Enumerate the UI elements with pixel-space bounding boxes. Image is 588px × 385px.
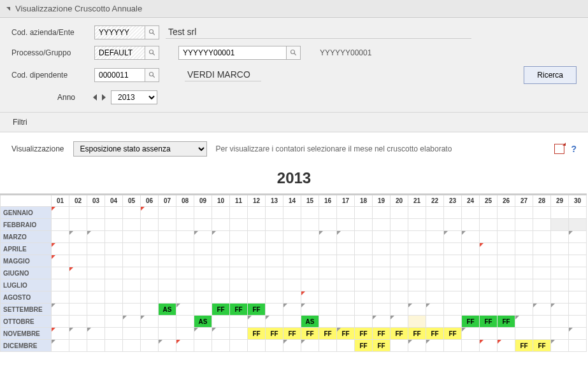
day-cell[interactable] bbox=[355, 279, 373, 291]
day-cell[interactable] bbox=[551, 267, 569, 279]
day-cell[interactable] bbox=[551, 207, 569, 219]
day-cell[interactable] bbox=[69, 340, 87, 352]
day-cell[interactable] bbox=[337, 340, 355, 352]
day-cell[interactable] bbox=[515, 316, 533, 328]
day-cell[interactable] bbox=[462, 255, 480, 267]
day-cell[interactable] bbox=[462, 291, 480, 304]
day-cell[interactable] bbox=[569, 279, 587, 291]
day-cell[interactable] bbox=[355, 255, 373, 267]
day-cell[interactable] bbox=[551, 340, 569, 352]
day-cell[interactable] bbox=[515, 328, 533, 340]
day-cell[interactable] bbox=[569, 316, 587, 328]
day-cell[interactable] bbox=[426, 340, 444, 352]
day-cell[interactable]: FF bbox=[426, 328, 444, 340]
day-cell[interactable] bbox=[52, 328, 69, 340]
day-cell[interactable] bbox=[569, 243, 587, 255]
day-cell[interactable] bbox=[123, 219, 141, 231]
day-cell[interactable] bbox=[266, 316, 283, 328]
day-cell[interactable] bbox=[569, 328, 587, 340]
day-cell[interactable] bbox=[319, 243, 337, 255]
day-cell[interactable] bbox=[355, 291, 373, 304]
day-cell[interactable] bbox=[533, 279, 551, 291]
day-cell[interactable] bbox=[69, 279, 87, 291]
day-cell[interactable] bbox=[551, 304, 569, 316]
day-cell[interactable] bbox=[498, 243, 515, 255]
day-cell[interactable] bbox=[498, 328, 515, 340]
day-cell[interactable] bbox=[426, 291, 444, 304]
day-cell[interactable] bbox=[123, 316, 141, 328]
day-cell[interactable] bbox=[444, 243, 462, 255]
day-cell[interactable] bbox=[123, 279, 141, 291]
day-cell[interactable] bbox=[391, 255, 408, 267]
day-cell[interactable] bbox=[533, 304, 551, 316]
month-label[interactable]: APRILE bbox=[1, 243, 52, 255]
day-cell[interactable] bbox=[426, 231, 444, 243]
day-cell[interactable] bbox=[52, 304, 69, 316]
day-cell[interactable]: FF bbox=[373, 340, 391, 352]
day-cell[interactable] bbox=[319, 291, 337, 304]
day-cell[interactable] bbox=[87, 340, 105, 352]
day-cell[interactable]: FF bbox=[408, 328, 426, 340]
day-cell[interactable] bbox=[266, 219, 283, 231]
day-cell[interactable] bbox=[105, 219, 123, 231]
day-cell[interactable] bbox=[52, 279, 69, 291]
day-cell[interactable] bbox=[391, 279, 408, 291]
day-cell[interactable] bbox=[194, 243, 212, 255]
day-cell[interactable] bbox=[141, 316, 159, 328]
day-cell[interactable] bbox=[176, 304, 194, 316]
day-cell[interactable] bbox=[444, 267, 462, 279]
day-cell[interactable] bbox=[569, 304, 587, 316]
day-cell[interactable] bbox=[533, 219, 551, 231]
day-cell[interactable] bbox=[551, 279, 569, 291]
day-cell[interactable] bbox=[498, 255, 515, 267]
day-cell[interactable] bbox=[176, 316, 194, 328]
day-cell[interactable] bbox=[498, 219, 515, 231]
day-cell[interactable] bbox=[194, 207, 212, 219]
day-cell[interactable] bbox=[426, 316, 444, 328]
day-cell[interactable] bbox=[87, 267, 105, 279]
day-cell[interactable] bbox=[141, 207, 159, 219]
day-cell[interactable] bbox=[52, 267, 69, 279]
day-cell[interactable] bbox=[337, 243, 355, 255]
day-cell[interactable] bbox=[123, 231, 141, 243]
month-label[interactable]: LUGLIO bbox=[1, 279, 52, 291]
day-cell[interactable] bbox=[373, 243, 391, 255]
day-cell[interactable] bbox=[355, 207, 373, 219]
day-cell[interactable] bbox=[266, 231, 283, 243]
day-cell[interactable] bbox=[391, 207, 408, 219]
day-cell[interactable] bbox=[87, 219, 105, 231]
day-cell[interactable] bbox=[194, 340, 212, 352]
day-cell[interactable] bbox=[551, 219, 569, 231]
day-cell[interactable] bbox=[498, 267, 515, 279]
day-cell[interactable] bbox=[569, 255, 587, 267]
day-cell[interactable] bbox=[69, 207, 87, 219]
day-cell[interactable] bbox=[176, 279, 194, 291]
day-cell[interactable]: FF bbox=[533, 340, 551, 352]
day-cell[interactable] bbox=[212, 316, 230, 328]
day-cell[interactable] bbox=[444, 207, 462, 219]
day-cell[interactable] bbox=[480, 291, 498, 304]
day-cell[interactable] bbox=[230, 255, 248, 267]
day-cell[interactable] bbox=[159, 291, 176, 304]
day-cell[interactable] bbox=[87, 231, 105, 243]
day-cell[interactable] bbox=[462, 243, 480, 255]
month-label[interactable]: GIUGNO bbox=[1, 267, 52, 279]
day-cell[interactable] bbox=[569, 267, 587, 279]
day-cell[interactable] bbox=[408, 291, 426, 304]
day-cell[interactable] bbox=[283, 304, 301, 316]
day-cell[interactable] bbox=[283, 340, 301, 352]
vis-select[interactable]: Esposizione stato assenza bbox=[73, 141, 207, 157]
day-cell[interactable] bbox=[533, 207, 551, 219]
day-cell[interactable] bbox=[319, 207, 337, 219]
anno-select[interactable]: 2013 bbox=[111, 90, 157, 104]
day-cell[interactable] bbox=[462, 267, 480, 279]
day-cell[interactable] bbox=[426, 267, 444, 279]
day-cell[interactable] bbox=[248, 243, 266, 255]
day-cell[interactable] bbox=[462, 207, 480, 219]
day-cell[interactable] bbox=[551, 255, 569, 267]
day-cell[interactable] bbox=[230, 340, 248, 352]
day-cell[interactable] bbox=[533, 316, 551, 328]
month-label[interactable]: DICEMBRE bbox=[1, 340, 52, 352]
day-cell[interactable] bbox=[52, 207, 69, 219]
day-cell[interactable] bbox=[212, 219, 230, 231]
